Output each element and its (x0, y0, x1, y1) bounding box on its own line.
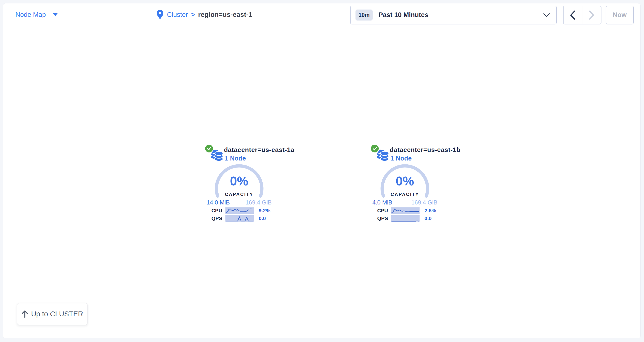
qps-stat-row: QPS 0.0 (198, 215, 266, 222)
datacenter-card-us-east-1a[interactable]: datacenter=us-east-1a 1 Node 0% CAPACITY… (198, 144, 281, 225)
capacity-range: 4.0 MiB 169.4 GiB (372, 199, 438, 206)
time-next-button[interactable] (582, 6, 601, 24)
capacity-total: 169.4 GiB (411, 199, 438, 206)
capacity-total: 169.4 GiB (246, 199, 272, 206)
qps-label: QPS (363, 215, 388, 221)
qps-sparkline (391, 215, 420, 222)
caret-down-icon (53, 13, 58, 16)
time-nav-group (563, 5, 602, 24)
view-selector-dropdown[interactable]: Node Map (16, 3, 58, 26)
up-to-cluster-label: Up to CLUSTER (31, 310, 83, 318)
breadcrumb-cluster-link[interactable]: Cluster (167, 11, 188, 18)
breadcrumb-current-locality: region=us-east-1 (198, 11, 252, 18)
healthy-check-icon (370, 144, 380, 153)
capacity-used: 14.0 MiB (206, 199, 230, 206)
cpu-stat-row: CPU 2.6% (363, 207, 436, 214)
cpu-value: 9.2% (259, 208, 270, 214)
datacenter-name: datacenter=us-east-1a (224, 146, 294, 154)
cpu-stat-row: CPU 9.2% (198, 207, 270, 214)
time-window-dropdown[interactable]: 10m Past 10 Minutes (350, 5, 557, 24)
capacity-label: CAPACITY (363, 192, 446, 197)
breadcrumb: Cluster > region=us-east-1 (156, 3, 252, 26)
healthy-check-icon (204, 144, 214, 153)
location-pin-icon (156, 9, 164, 20)
up-to-cluster-button[interactable]: Up to CLUSTER (17, 303, 88, 325)
view-selector-label: Node Map (16, 11, 46, 18)
capacity-range: 14.0 MiB 169.4 GiB (206, 199, 272, 206)
up-arrow-icon (22, 310, 28, 318)
qps-value: 0.0 (424, 215, 432, 221)
cpu-sparkline (391, 207, 420, 214)
capacity-label: CAPACITY (198, 192, 281, 197)
chevron-left-icon (570, 10, 576, 20)
header-divider (339, 5, 339, 24)
time-prev-button[interactable] (564, 6, 582, 24)
qps-label: QPS (198, 215, 222, 221)
capacity-percentage: 0% (198, 174, 281, 188)
chevron-down-icon (543, 13, 550, 17)
now-button[interactable]: Now (606, 5, 634, 24)
header-bar: Node Map Cluster > region=us-east-1 10m … (3, 3, 640, 26)
qps-sparkline (226, 215, 254, 222)
cpu-value: 2.6% (424, 208, 436, 214)
capacity-percentage: 0% (363, 174, 446, 188)
qps-stat-row: QPS 0.0 (363, 215, 432, 222)
cpu-label: CPU (198, 208, 222, 214)
node-map-panel: Node Map Cluster > region=us-east-1 10m … (3, 3, 640, 338)
breadcrumb-separator: > (191, 11, 195, 18)
chevron-right-icon (589, 10, 594, 20)
time-window-label: Past 10 Minutes (378, 11, 428, 19)
time-window-badge: 10m (356, 9, 372, 20)
datacenter-name: datacenter=us-east-1b (390, 146, 460, 154)
datacenter-card-us-east-1b[interactable]: datacenter=us-east-1b 1 Node 0% CAPACITY… (363, 144, 446, 225)
now-button-label: Now (613, 11, 627, 19)
capacity-used: 4.0 MiB (372, 199, 392, 206)
cpu-label: CPU (363, 208, 388, 214)
node-map-canvas: datacenter=us-east-1a 1 Node 0% CAPACITY… (3, 26, 640, 338)
cpu-sparkline (226, 207, 254, 214)
qps-value: 0.0 (259, 215, 266, 221)
